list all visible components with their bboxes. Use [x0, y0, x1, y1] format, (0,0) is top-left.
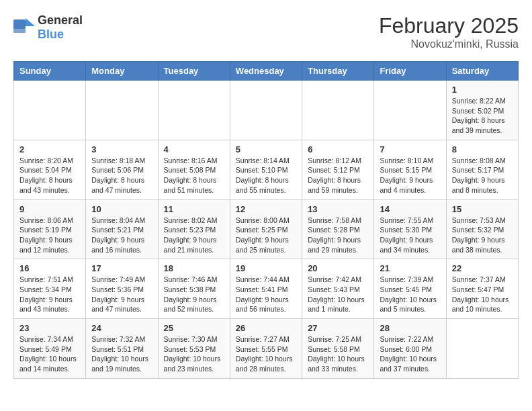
day-info: Sunrise: 7:55 AM Sunset: 5:30 PM Dayligh… [380, 216, 440, 255]
day-number: 25 [164, 323, 224, 333]
day-cell [302, 81, 374, 140]
day-number: 5 [236, 144, 296, 154]
day-number: 8 [452, 144, 513, 154]
day-cell: 23Sunrise: 7:34 AM Sunset: 5:49 PM Dayli… [14, 319, 86, 379]
day-number: 27 [308, 323, 368, 333]
day-cell: 4Sunrise: 8:16 AM Sunset: 5:08 PM Daylig… [158, 140, 230, 199]
day-cell: 24Sunrise: 7:32 AM Sunset: 5:51 PM Dayli… [86, 319, 158, 379]
column-header-friday: Friday [374, 62, 446, 81]
day-number: 10 [91, 204, 152, 214]
day-info: Sunrise: 8:16 AM Sunset: 5:08 PM Dayligh… [164, 156, 224, 195]
day-info: Sunrise: 7:32 AM Sunset: 5:51 PM Dayligh… [91, 334, 152, 374]
day-cell: 17Sunrise: 7:49 AM Sunset: 5:36 PM Dayli… [86, 259, 158, 319]
day-number: 12 [236, 204, 296, 214]
day-cell [86, 81, 158, 140]
day-number: 23 [19, 323, 80, 333]
column-header-monday: Monday [86, 62, 158, 81]
column-header-saturday: Saturday [446, 62, 518, 81]
day-info: Sunrise: 7:44 AM Sunset: 5:41 PM Dayligh… [236, 275, 296, 314]
svg-rect-0 [13, 19, 26, 29]
day-info: Sunrise: 7:27 AM Sunset: 5:55 PM Dayligh… [236, 334, 296, 374]
day-cell: 20Sunrise: 7:42 AM Sunset: 5:43 PM Dayli… [302, 259, 374, 319]
day-number: 21 [380, 263, 440, 273]
day-number: 9 [19, 204, 80, 214]
week-row-3: 9Sunrise: 8:06 AM Sunset: 5:19 PM Daylig… [14, 199, 519, 259]
day-cell: 1Sunrise: 8:22 AM Sunset: 5:02 PM Daylig… [446, 81, 518, 140]
day-info: Sunrise: 8:18 AM Sunset: 5:06 PM Dayligh… [91, 156, 152, 195]
day-info: Sunrise: 7:46 AM Sunset: 5:38 PM Dayligh… [164, 275, 224, 314]
day-number: 24 [91, 323, 152, 333]
day-cell: 21Sunrise: 7:39 AM Sunset: 5:45 PM Dayli… [374, 259, 446, 319]
day-number: 26 [236, 323, 296, 333]
day-number: 16 [19, 263, 80, 273]
logo: General Blue [13, 13, 83, 42]
day-number: 17 [91, 263, 152, 273]
day-number: 20 [308, 263, 368, 273]
svg-marker-1 [26, 18, 35, 26]
calendar-table: SundayMondayTuesdayWednesdayThursdayFrid… [13, 61, 519, 379]
day-number: 11 [164, 204, 224, 214]
day-info: Sunrise: 8:20 AM Sunset: 5:04 PM Dayligh… [19, 156, 80, 195]
day-number: 22 [452, 263, 513, 273]
logo-general: General [38, 13, 83, 27]
day-cell: 6Sunrise: 8:12 AM Sunset: 5:12 PM Daylig… [302, 140, 374, 199]
day-info: Sunrise: 8:14 AM Sunset: 5:10 PM Dayligh… [236, 156, 296, 195]
day-info: Sunrise: 7:34 AM Sunset: 5:49 PM Dayligh… [19, 334, 80, 374]
day-info: Sunrise: 7:49 AM Sunset: 5:36 PM Dayligh… [91, 275, 152, 314]
day-info: Sunrise: 8:08 AM Sunset: 5:17 PM Dayligh… [452, 156, 513, 195]
day-cell: 15Sunrise: 7:53 AM Sunset: 5:32 PM Dayli… [446, 199, 518, 259]
day-info: Sunrise: 7:30 AM Sunset: 5:53 PM Dayligh… [164, 334, 224, 374]
day-number: 15 [452, 204, 513, 214]
day-cell: 19Sunrise: 7:44 AM Sunset: 5:41 PM Dayli… [230, 259, 302, 319]
day-info: Sunrise: 7:51 AM Sunset: 5:34 PM Dayligh… [19, 275, 80, 314]
day-info: Sunrise: 8:12 AM Sunset: 5:12 PM Dayligh… [308, 156, 368, 195]
column-header-wednesday: Wednesday [230, 62, 302, 81]
day-number: 3 [91, 144, 152, 154]
day-number: 6 [308, 144, 368, 154]
svg-rect-2 [13, 28, 26, 33]
week-row-2: 2Sunrise: 8:20 AM Sunset: 5:04 PM Daylig… [14, 140, 519, 199]
day-cell: 8Sunrise: 8:08 AM Sunset: 5:17 PM Daylig… [446, 140, 518, 199]
day-info: Sunrise: 8:04 AM Sunset: 5:21 PM Dayligh… [91, 216, 152, 255]
day-cell: 7Sunrise: 8:10 AM Sunset: 5:15 PM Daylig… [374, 140, 446, 199]
day-cell: 16Sunrise: 7:51 AM Sunset: 5:34 PM Dayli… [14, 259, 86, 319]
day-number: 13 [308, 204, 368, 214]
day-info: Sunrise: 7:39 AM Sunset: 5:45 PM Dayligh… [380, 275, 440, 314]
logo-blue: Blue [38, 28, 64, 41]
day-cell: 2Sunrise: 8:20 AM Sunset: 5:04 PM Daylig… [14, 140, 86, 199]
day-cell: 5Sunrise: 8:14 AM Sunset: 5:10 PM Daylig… [230, 140, 302, 199]
day-number: 2 [19, 144, 80, 154]
logo-text: General Blue [38, 13, 83, 42]
day-cell: 9Sunrise: 8:06 AM Sunset: 5:19 PM Daylig… [14, 199, 86, 259]
day-cell: 22Sunrise: 7:37 AM Sunset: 5:47 PM Dayli… [446, 259, 518, 319]
day-cell [14, 81, 86, 140]
day-cell [374, 81, 446, 140]
day-info: Sunrise: 7:22 AM Sunset: 6:00 PM Dayligh… [380, 334, 440, 374]
day-cell: 12Sunrise: 8:00 AM Sunset: 5:25 PM Dayli… [230, 199, 302, 259]
title-area: February 2025 Novokuz'minki, Russia [379, 13, 519, 50]
day-number: 14 [380, 204, 440, 214]
day-info: Sunrise: 8:06 AM Sunset: 5:19 PM Dayligh… [19, 216, 80, 255]
day-cell: 27Sunrise: 7:25 AM Sunset: 5:58 PM Dayli… [302, 319, 374, 379]
day-info: Sunrise: 7:25 AM Sunset: 5:58 PM Dayligh… [308, 334, 368, 374]
logo-icon [13, 17, 35, 38]
day-number: 28 [380, 323, 440, 333]
week-row-5: 23Sunrise: 7:34 AM Sunset: 5:49 PM Dayli… [14, 319, 519, 379]
day-number: 19 [236, 263, 296, 273]
calendar-title: February 2025 [379, 13, 519, 38]
calendar-subtitle: Novokuz'minki, Russia [379, 38, 519, 50]
day-info: Sunrise: 7:37 AM Sunset: 5:47 PM Dayligh… [452, 275, 513, 314]
week-row-4: 16Sunrise: 7:51 AM Sunset: 5:34 PM Dayli… [14, 259, 519, 319]
day-number: 4 [164, 144, 224, 154]
day-info: Sunrise: 7:58 AM Sunset: 5:28 PM Dayligh… [308, 216, 368, 255]
header-row: SundayMondayTuesdayWednesdayThursdayFrid… [14, 62, 519, 81]
day-number: 7 [380, 144, 440, 154]
column-header-tuesday: Tuesday [158, 62, 230, 81]
day-number: 1 [452, 85, 513, 95]
day-cell: 10Sunrise: 8:04 AM Sunset: 5:21 PM Dayli… [86, 199, 158, 259]
day-cell: 13Sunrise: 7:58 AM Sunset: 5:28 PM Dayli… [302, 199, 374, 259]
column-header-sunday: Sunday [14, 62, 86, 81]
day-info: Sunrise: 8:22 AM Sunset: 5:02 PM Dayligh… [452, 96, 513, 136]
day-cell [158, 81, 230, 140]
day-info: Sunrise: 7:53 AM Sunset: 5:32 PM Dayligh… [452, 216, 513, 255]
